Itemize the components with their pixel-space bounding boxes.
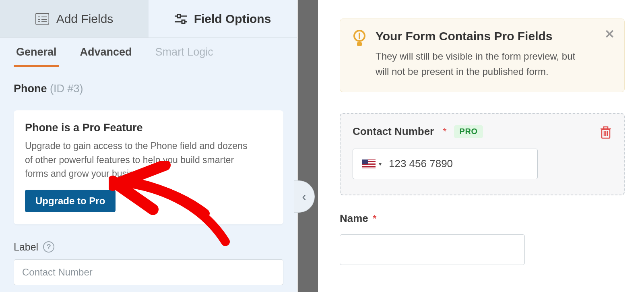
notice-title: Your Form Contains Pro Fields xyxy=(376,29,615,43)
phone-input-wrapper[interactable]: ▾ xyxy=(353,149,538,179)
tab-field-options-label: Field Options xyxy=(194,12,271,26)
subtab-smart-logic[interactable]: Smart Logic xyxy=(153,38,216,67)
tab-add-fields[interactable]: Add Fields xyxy=(0,0,149,37)
svg-rect-26 xyxy=(362,167,376,168)
chevron-left-icon: ‹ xyxy=(302,190,306,203)
country-flag-picker[interactable]: ▾ xyxy=(362,159,382,168)
lightbulb-icon xyxy=(352,29,367,49)
notice-body: They will still be visible in the form p… xyxy=(376,49,585,80)
field-id-text: (ID #3) xyxy=(50,83,83,95)
sidebar-tabs: Add Fields Field Options xyxy=(0,0,297,38)
field-type-name: Phone xyxy=(14,83,47,95)
label-field-label: Label xyxy=(14,241,38,253)
pro-card-title: Phone is a Pro Feature xyxy=(25,122,272,134)
pro-feature-card: Phone is a Pro Feature Upgrade to gain a… xyxy=(14,110,283,224)
sliders-icon xyxy=(175,14,187,24)
subtab-general[interactable]: General xyxy=(14,38,59,67)
preview-name-label: Name xyxy=(340,212,368,224)
preview-field-name[interactable]: Name * xyxy=(340,212,625,265)
svg-point-13 xyxy=(359,40,361,42)
trash-icon xyxy=(600,126,612,139)
help-icon[interactable]: ? xyxy=(43,241,54,253)
delete-field-button[interactable] xyxy=(600,126,612,141)
us-flag-icon xyxy=(362,159,376,168)
field-label-input[interactable] xyxy=(14,259,283,285)
preview-phone-label: Contact Number xyxy=(353,125,434,138)
svg-rect-10 xyxy=(182,20,185,23)
pro-badge: PRO xyxy=(454,125,483,138)
close-icon[interactable]: ✕ xyxy=(605,27,615,41)
field-identifier: Phone (ID #3) xyxy=(0,67,297,95)
pro-fields-notice: ✕ Your Form Contains Pro Fields They wil… xyxy=(340,19,625,92)
field-options-subtabs: General Advanced Smart Logic xyxy=(14,38,283,67)
pro-card-body: Upgrade to gain access to the Phone fiel… xyxy=(25,139,250,181)
tab-add-fields-label: Add Fields xyxy=(56,12,114,26)
svg-rect-17 xyxy=(604,127,608,129)
caret-down-icon: ▾ xyxy=(379,161,382,167)
name-input[interactable] xyxy=(340,234,525,265)
tab-field-options[interactable]: Field Options xyxy=(149,0,297,37)
svg-rect-27 xyxy=(362,159,368,164)
phone-number-input[interactable] xyxy=(389,157,528,170)
subtab-advanced[interactable]: Advanced xyxy=(78,38,134,67)
required-asterisk: * xyxy=(443,126,446,137)
preview-field-phone[interactable]: Contact Number * PRO xyxy=(340,113,625,195)
svg-rect-25 xyxy=(362,165,376,166)
form-list-icon xyxy=(35,13,49,25)
svg-rect-8 xyxy=(178,14,180,18)
required-asterisk: * xyxy=(373,213,376,224)
panel-divider xyxy=(298,0,318,292)
svg-rect-14 xyxy=(357,42,362,46)
upgrade-to-pro-button[interactable]: Upgrade to Pro xyxy=(25,190,116,212)
